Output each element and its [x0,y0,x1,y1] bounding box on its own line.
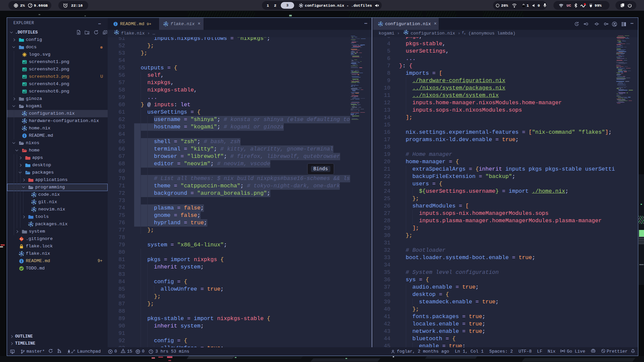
svg-text:x: x [464,32,466,35]
